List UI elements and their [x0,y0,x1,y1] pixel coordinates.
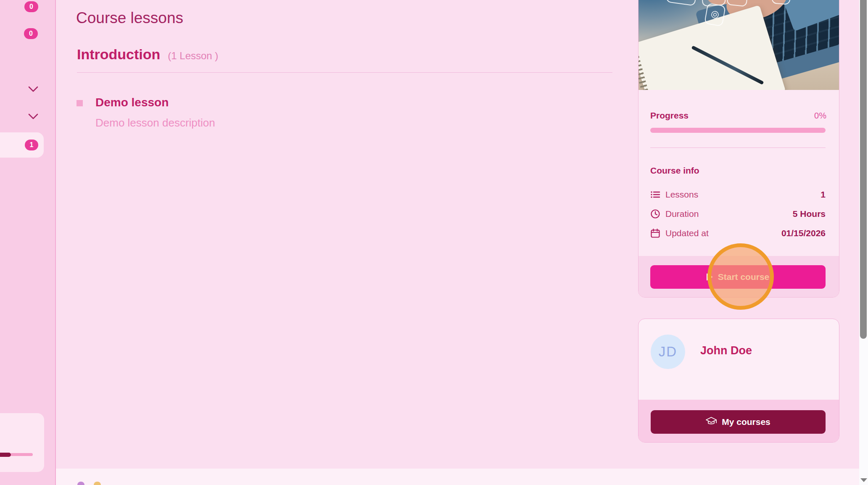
scroll-down-arrow-icon[interactable] [860,478,867,482]
progress-bar [650,128,826,133]
info-value: 01/15/2026 [781,228,826,238]
info-row-lessons: Lessons 1 [650,190,826,200]
info-label: Updated at [665,228,709,238]
sidebar-active-section[interactable]: 1 [0,132,44,158]
info-value: 5 Hours [793,209,826,219]
calendar-icon [650,228,660,238]
notebook-spiral [638,45,658,90]
chevron-down-icon[interactable] [28,112,39,121]
list-icon [650,190,660,200]
hologram-target-icon [704,3,726,27]
play-icon [707,273,713,281]
section-header: Introduction (1 Lesson ) [77,46,218,63]
section-divider [77,72,612,73]
sidebar-count-badge: 0 [24,1,38,12]
footer-purple-icon [77,482,84,485]
mini-progress-fill [0,453,11,457]
info-value: 1 [821,190,826,200]
progress-value: 0% [814,111,826,121]
sidebar-count-badge: 0 [24,28,38,39]
footer-yellow-icon [94,482,101,485]
footer-strip [56,469,859,485]
page-title: Course lessons [76,9,183,27]
clock-icon [650,209,660,219]
start-course-label: Start course [718,272,770,282]
user-card-footer: My courses [638,400,839,442]
info-label: Lessons [665,190,698,200]
start-course-button[interactable]: Start course [650,265,826,289]
sidebar: 0 0 1 [0,0,56,485]
lesson-description: Demo lesson description [95,116,215,129]
graduation-cap-icon [706,416,717,428]
mini-progress-track [11,453,33,456]
info-label: Duration [665,209,699,219]
scrollbar-track[interactable] [859,0,868,485]
card-divider [650,148,826,148]
info-row-duration: Duration 5 Hours [650,209,826,219]
section-lesson-count: (1 Lesson ) [168,50,218,62]
my-courses-label: My courses [722,417,770,427]
section-title: Introduction [77,46,160,63]
scrollbar-thumb[interactable] [860,0,867,339]
course-card-footer: Start course [638,256,839,297]
course-info-title: Course info [650,166,699,176]
course-info-card: Progress 0% Course info Lessons 1 Durati… [638,0,839,298]
lesson-title[interactable]: Demo lesson [95,96,169,109]
avatar: JD [651,335,685,369]
sidebar-progress-card [0,413,44,472]
lesson-count-badge: 1 [25,140,38,150]
progress-label: Progress [650,111,689,121]
my-courses-button[interactable]: My courses [651,410,826,434]
course-cover-image [638,0,839,90]
user-name: John Doe [700,344,752,357]
chevron-down-icon[interactable] [28,85,39,93]
info-row-updated: Updated at 01/15/2026 [650,228,826,238]
user-card: JD John Doe My courses [638,319,839,443]
lesson-bullet-icon [77,100,83,106]
mini-progress-bar [0,453,33,456]
progress-section: Progress 0% [650,111,826,121]
